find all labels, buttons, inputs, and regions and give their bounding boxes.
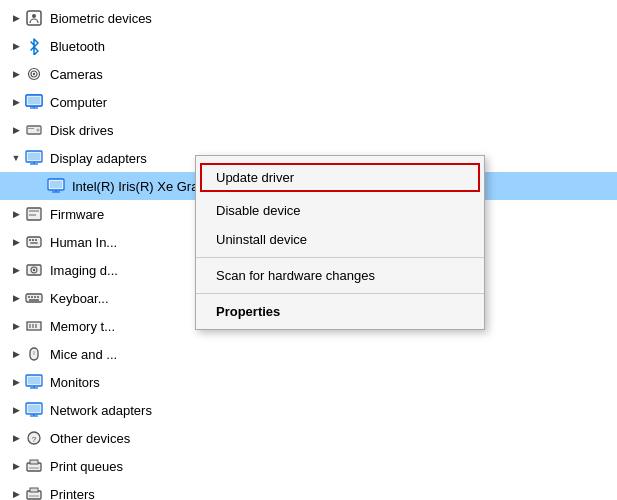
svg-rect-7 [28, 97, 40, 104]
network-icon [24, 400, 44, 420]
svg-rect-14 [28, 153, 40, 160]
expand-arrow[interactable]: ▶ [8, 346, 24, 362]
camera-icon [24, 64, 44, 84]
properties-label: Properties [216, 304, 280, 319]
svg-rect-23 [29, 214, 36, 216]
separator [196, 293, 484, 294]
scan-hardware-label: Scan for hardware changes [216, 268, 375, 283]
device-label: Other devices [50, 431, 130, 446]
expand-arrow[interactable]: ▶ [8, 66, 24, 82]
expand-arrow[interactable]: ▶ [8, 38, 24, 54]
svg-rect-18 [50, 181, 62, 188]
computer-icon [24, 92, 44, 112]
list-item[interactable]: ▶ Printers [0, 480, 617, 500]
device-label: Cameras [50, 67, 103, 82]
printqueue-icon [24, 456, 44, 476]
device-label: Printers [50, 487, 95, 501]
expand-arrow[interactable]: ▶ [8, 486, 24, 500]
expand-arrow[interactable]: ▶ [8, 402, 24, 418]
svg-rect-37 [29, 299, 39, 301]
list-item[interactable]: ▶ Computer [0, 88, 617, 116]
printers-icon [24, 484, 44, 500]
graphics-icon [46, 176, 66, 196]
svg-rect-40 [32, 324, 34, 328]
properties-button[interactable]: Properties [196, 297, 484, 326]
separator [196, 257, 484, 258]
list-item[interactable]: ▶ Biometric devices [0, 4, 617, 32]
expand-arrow[interactable]: ▶ [8, 318, 24, 334]
svg-rect-41 [35, 324, 37, 328]
list-item[interactable]: ▶ Cameras [0, 60, 617, 88]
svg-rect-58 [30, 488, 38, 492]
expand-arrow[interactable]: ▶ [8, 374, 24, 390]
svg-point-31 [33, 269, 35, 271]
svg-rect-26 [32, 239, 34, 241]
expand-arrow[interactable]: ▶ [8, 122, 24, 138]
device-label: Monitors [50, 375, 100, 390]
keyboard-icon [24, 288, 44, 308]
device-label: Mice and ... [50, 347, 117, 362]
list-item[interactable]: ▶ Network adapters [0, 396, 617, 424]
list-item[interactable]: ▶ Monitors [0, 368, 617, 396]
device-label: Computer [50, 95, 107, 110]
list-item[interactable]: ▶ Disk drives [0, 116, 617, 144]
expand-arrow[interactable]: ▶ [8, 206, 24, 222]
svg-point-4 [33, 73, 35, 75]
device-label: Memory t... [50, 319, 115, 334]
expand-arrow[interactable]: ▶ [8, 94, 24, 110]
device-label: Keyboar... [50, 291, 109, 306]
update-driver-button[interactable]: Update driver [200, 163, 480, 192]
expand-arrow[interactable]: ▶ [8, 234, 24, 250]
svg-rect-27 [35, 239, 37, 241]
svg-rect-25 [29, 239, 31, 241]
svg-rect-34 [31, 296, 33, 298]
monitors-icon [24, 372, 44, 392]
expand-arrow[interactable]: ▶ [8, 290, 24, 306]
biometric-icon [24, 8, 44, 28]
other-icon: ? [24, 428, 44, 448]
mice-icon [24, 344, 44, 364]
uninstall-device-button[interactable]: Uninstall device [196, 225, 484, 254]
display-icon [24, 148, 44, 168]
expand-arrow[interactable]: ▶ [8, 262, 24, 278]
list-item[interactable]: ▶ ? Other devices [0, 424, 617, 452]
scan-hardware-button[interactable]: Scan for hardware changes [196, 261, 484, 290]
svg-text:?: ? [32, 435, 37, 444]
memory-icon [24, 316, 44, 336]
device-label: Network adapters [50, 403, 152, 418]
svg-rect-28 [30, 242, 38, 244]
device-label: Imaging d... [50, 263, 118, 278]
imaging-icon [24, 260, 44, 280]
svg-rect-49 [28, 405, 40, 412]
device-label: Bluetooth [50, 39, 105, 54]
svg-point-11 [37, 129, 40, 132]
list-item[interactable]: ▶ Print queues [0, 452, 617, 480]
device-label: Disk drives [50, 123, 114, 138]
svg-rect-35 [34, 296, 36, 298]
svg-rect-59 [29, 495, 39, 497]
svg-rect-45 [28, 377, 40, 384]
bluetooth-icon [24, 36, 44, 56]
device-label: Print queues [50, 459, 123, 474]
svg-rect-39 [29, 324, 31, 328]
list-item[interactable]: ▶ Mice and ... [0, 340, 617, 368]
disk-icon [24, 120, 44, 140]
svg-rect-22 [29, 210, 39, 212]
humaninput-icon [24, 232, 44, 252]
expand-arrow[interactable]: ▶ [8, 430, 24, 446]
svg-rect-56 [29, 467, 39, 469]
disable-device-label: Disable device [216, 203, 301, 218]
uninstall-device-label: Uninstall device [216, 232, 307, 247]
expand-arrow[interactable]: ▼ [8, 150, 24, 166]
expand-arrow[interactable]: ▶ [8, 458, 24, 474]
disable-device-button[interactable]: Disable device [196, 196, 484, 225]
list-item[interactable]: ▶ Bluetooth [0, 32, 617, 60]
svg-rect-36 [37, 296, 39, 298]
expand-arrow[interactable]: ▶ [8, 10, 24, 26]
device-label: Firmware [50, 207, 104, 222]
device-label: Display adapters [50, 151, 147, 166]
update-driver-label: Update driver [216, 170, 294, 185]
context-menu: Update driver Disable device Uninstall d… [195, 155, 485, 330]
svg-rect-33 [28, 296, 30, 298]
device-label: Biometric devices [50, 11, 152, 26]
